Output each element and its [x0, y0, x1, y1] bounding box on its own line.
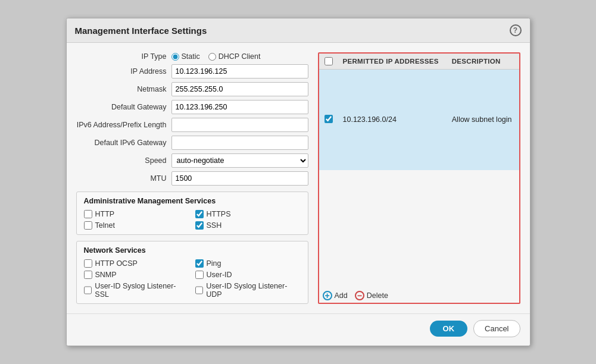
mtu-label: MTU: [76, 174, 171, 183]
dialog-title-bar: Management Interface Settings ?: [67, 18, 530, 43]
net-http-ocsp-label: HTTP OCSP: [95, 259, 138, 268]
net-ping-checkbox[interactable]: [195, 259, 204, 268]
col-description: DESCRIPTION: [447, 54, 519, 70]
speed-label: Speed: [76, 156, 171, 165]
ipv6-address-input[interactable]: [171, 118, 308, 132]
net-userid-ssl-option[interactable]: User-ID Syslog Listener-SSL: [84, 282, 189, 299]
mtu-row: MTU: [76, 171, 308, 186]
ip-type-radio-group: Static DHCP Client: [171, 52, 261, 61]
delete-button[interactable]: − Delete: [355, 291, 388, 300]
ip-address-row: IP Address: [76, 64, 308, 79]
add-icon: +: [323, 291, 332, 300]
net-ping-option[interactable]: Ping: [195, 259, 301, 268]
radio-dhcp-label: DHCP Client: [219, 52, 261, 61]
netmask-row: Netmask: [76, 82, 308, 96]
delete-icon: −: [355, 291, 364, 300]
radio-static-input[interactable]: [171, 53, 179, 61]
cancel-button[interactable]: Cancel: [473, 320, 520, 337]
net-userid-ssl-checkbox[interactable]: [84, 286, 92, 294]
add-label: Add: [335, 291, 348, 300]
ip-type-row: IP Type Static DHCP Client: [76, 52, 308, 61]
network-services-section: Network Services HTTP OCSP Ping SNMP: [76, 241, 308, 304]
speed-row: Speed auto-negotiate 10Mbps 100Mbps 1Gbp…: [76, 153, 308, 168]
net-http-ocsp-checkbox[interactable]: [84, 259, 92, 268]
ip-address-label: IP Address: [76, 67, 171, 76]
add-button[interactable]: + Add: [323, 291, 348, 300]
admin-http-checkbox[interactable]: [84, 210, 92, 218]
table-empty-space: [319, 170, 519, 287]
admin-ssh-option[interactable]: SSH: [195, 221, 301, 230]
admin-telnet-label: Telnet: [95, 221, 115, 230]
admin-ssh-checkbox[interactable]: [195, 221, 204, 230]
ipv6-address-row: IPv6 Address/Prefix Length: [76, 118, 308, 132]
management-interface-settings-dialog: Management Interface Settings ? IP Type …: [66, 18, 531, 346]
net-snmp-checkbox[interactable]: [84, 271, 92, 279]
net-snmp-option[interactable]: SNMP: [84, 271, 189, 279]
permitted-ip-table-wrapper: PERMITTED IP ADDRESSES DESCRIPTION 10.12…: [318, 52, 520, 304]
admin-ssh-label: SSH: [207, 221, 222, 230]
network-services-title: Network Services: [84, 246, 301, 255]
table-row-address: 10.123.196.0/24: [338, 70, 447, 170]
admin-http-label: HTTP: [95, 210, 115, 218]
table-actions: + Add − Delete: [319, 286, 519, 303]
table-row-description: Allow subnet login: [447, 70, 519, 170]
radio-dhcp[interactable]: DHCP Client: [208, 52, 261, 61]
admin-services-title: Administrative Management Services: [84, 197, 301, 205]
ipv6-gateway-label: Default IPv6 Gateway: [76, 139, 171, 147]
dialog-body: IP Type Static DHCP Client IP Address: [67, 43, 530, 313]
table-header-checkbox-cell: [319, 54, 338, 70]
admin-services-section: Administrative Management Services HTTP …: [76, 192, 308, 235]
permitted-ip-table-body: 10.123.196.0/24 Allow subnet login: [319, 70, 519, 170]
admin-https-option[interactable]: HTTPS: [195, 210, 301, 218]
ip-address-input[interactable]: [171, 64, 308, 79]
net-userid-option[interactable]: User-ID: [195, 271, 301, 279]
right-panel: PERMITTED IP ADDRESSES DESCRIPTION 10.12…: [318, 52, 520, 304]
dialog-footer: OK Cancel: [67, 313, 530, 346]
net-userid-udp-label: User-ID Syslog Listener-UDP: [206, 282, 300, 299]
ipv6-gateway-input[interactable]: [171, 136, 308, 150]
net-snmp-label: SNMP: [95, 271, 117, 279]
net-http-ocsp-option[interactable]: HTTP OCSP: [84, 259, 189, 268]
table-row-checkbox-cell: [319, 70, 338, 170]
netmask-label: Netmask: [76, 85, 171, 93]
default-gateway-input[interactable]: [171, 100, 308, 114]
speed-select[interactable]: auto-negotiate 10Mbps 100Mbps 1Gbps: [171, 153, 308, 168]
table-row: 10.123.196.0/24 Allow subnet login: [319, 70, 519, 170]
net-userid-checkbox[interactable]: [195, 271, 204, 279]
net-ping-label: Ping: [207, 259, 221, 268]
default-gateway-label: Default Gateway: [76, 103, 171, 111]
ip-type-label: IP Type: [76, 52, 171, 61]
net-userid-udp-checkbox[interactable]: [195, 286, 204, 294]
admin-telnet-checkbox[interactable]: [84, 221, 92, 230]
admin-services-grid: HTTP HTTPS Telnet SSH: [84, 210, 301, 230]
default-gateway-row: Default Gateway: [76, 100, 308, 114]
row-checkbox[interactable]: [324, 115, 333, 123]
net-userid-label: User-ID: [207, 271, 232, 279]
netmask-input[interactable]: [171, 82, 308, 96]
ipv6-gateway-row: Default IPv6 Gateway: [76, 136, 308, 150]
admin-https-label: HTTPS: [207, 210, 231, 218]
ipv6-address-label: IPv6 Address/Prefix Length: [76, 121, 171, 129]
admin-telnet-option[interactable]: Telnet: [84, 221, 189, 230]
table-select-all-checkbox[interactable]: [324, 57, 333, 65]
left-panel: IP Type Static DHCP Client IP Address: [76, 52, 308, 304]
dialog-title: Management Interface Settings: [75, 26, 207, 36]
mtu-input[interactable]: [171, 171, 308, 186]
col-permitted-addresses: PERMITTED IP ADDRESSES: [338, 54, 447, 70]
admin-http-option[interactable]: HTTP: [84, 210, 189, 218]
permitted-ip-table: PERMITTED IP ADDRESSES DESCRIPTION 10.12…: [319, 54, 519, 170]
radio-static-label: Static: [182, 52, 200, 61]
admin-https-checkbox[interactable]: [195, 210, 204, 218]
help-icon[interactable]: ?: [510, 24, 522, 36]
net-userid-ssl-label: User-ID Syslog Listener-SSL: [95, 282, 189, 299]
delete-label: Delete: [367, 291, 388, 300]
ok-button[interactable]: OK: [430, 321, 468, 337]
net-userid-udp-option[interactable]: User-ID Syslog Listener-UDP: [195, 282, 301, 299]
radio-static[interactable]: Static: [171, 52, 200, 61]
network-services-grid: HTTP OCSP Ping SNMP User-ID: [84, 259, 301, 299]
radio-dhcp-input[interactable]: [208, 53, 216, 61]
table-header-row: PERMITTED IP ADDRESSES DESCRIPTION: [319, 54, 519, 70]
